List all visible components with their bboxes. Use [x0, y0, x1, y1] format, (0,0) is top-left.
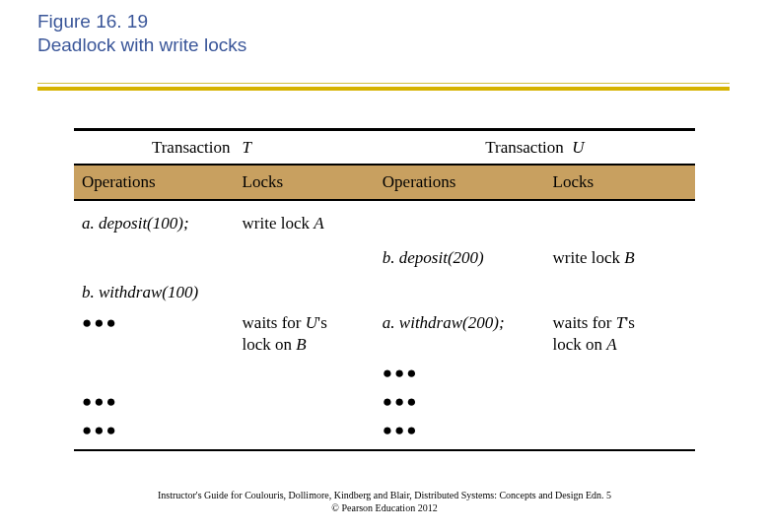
header-locks-left: Locks: [235, 165, 375, 199]
table-header-row: Operations Locks Operations Locks: [74, 165, 695, 199]
transaction-t-name: T: [235, 130, 375, 166]
table-row: ●●● ●●●: [74, 416, 695, 449]
header-locks-right: Locks: [545, 165, 695, 199]
lock-write-a: write lock A: [235, 200, 375, 237]
header-operations-right: Operations: [375, 165, 545, 199]
transaction-u-header: Transaction U: [375, 130, 695, 166]
op-b-deposit-200: b. deposit(200): [375, 237, 545, 272]
table-transactions-row: Transaction T Transaction U: [74, 130, 695, 166]
title-rule: [37, 83, 730, 89]
footer-line1: Instructor's Guide for Coulouris, Dollim…: [0, 489, 769, 501]
table-row: a. deposit(100); write lock A: [74, 200, 695, 237]
figure-title: Figure 16. 19 Deadlock with write locks: [37, 10, 246, 57]
op-a-withdraw-200: a. withdraw(200);: [375, 306, 545, 359]
dots-icon: ●●●: [74, 306, 235, 359]
dots-icon: ●●●: [74, 416, 235, 449]
figure-title-line1: Figure 16. 19: [37, 10, 246, 33]
op-a-deposit-100: a. deposit(100);: [74, 200, 235, 237]
wait-for-u-on-b: waits for U's lock on B: [235, 306, 375, 359]
table-row: ●●● waits for U's lock on B a. withdraw(…: [74, 306, 695, 359]
slide: Figure 16. 19 Deadlock with write locks …: [0, 0, 769, 532]
lock-write-b: write lock B: [545, 237, 695, 272]
slide-footer: Instructor's Guide for Coulouris, Dollim…: [0, 489, 769, 514]
deadlock-table-wrapper: Transaction T Transaction U Operations L…: [74, 128, 695, 451]
table-row: ●●●: [74, 359, 695, 387]
table-row: ●●● ●●●: [74, 387, 695, 416]
dots-icon: ●●●: [74, 387, 235, 416]
dots-icon: ●●●: [375, 416, 545, 449]
wait-for-t-on-a: waits for T's lock on A: [545, 306, 695, 359]
table-row: b. withdraw(100): [74, 272, 695, 306]
dots-icon: ●●●: [375, 359, 545, 387]
table-row: b. deposit(200) write lock B: [74, 237, 695, 272]
dots-icon: ●●●: [375, 387, 545, 416]
deadlock-table: Transaction T Transaction U Operations L…: [74, 128, 695, 451]
figure-title-line2: Deadlock with write locks: [37, 33, 246, 57]
op-b-withdraw-100: b. withdraw(100): [74, 272, 235, 306]
footer-line2: © Pearson Education 2012: [0, 501, 769, 514]
header-operations-left: Operations: [74, 165, 235, 199]
transaction-t-label: Transaction: [74, 130, 235, 166]
